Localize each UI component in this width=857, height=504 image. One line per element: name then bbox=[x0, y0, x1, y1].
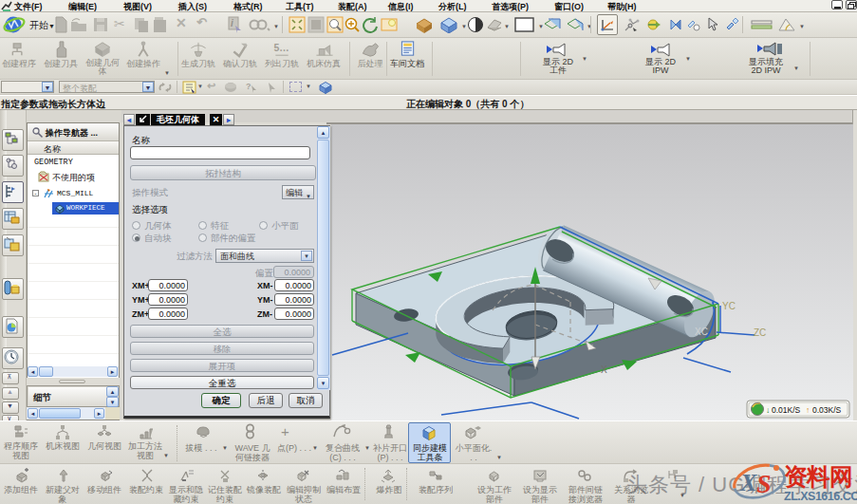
svg-text:↓: ↓ bbox=[766, 405, 770, 415]
svg-text:S: S bbox=[756, 469, 772, 498]
svg-text:i: i bbox=[231, 18, 233, 28]
svg-text:ZC: ZC bbox=[754, 327, 766, 338]
svg-text:XC: XC bbox=[695, 327, 708, 337]
svg-text:0.03K/S: 0.03K/S bbox=[812, 405, 842, 415]
svg-text:ZL.XS1616.COM: ZL.XS1616.COM bbox=[784, 490, 857, 503]
svg-text:?: ? bbox=[246, 82, 252, 91]
svg-text:X: X bbox=[739, 469, 757, 496]
svg-text:0.01K/S: 0.01K/S bbox=[772, 405, 801, 415]
svg-text:↑: ↑ bbox=[806, 405, 810, 415]
svg-text:YC: YC bbox=[722, 301, 736, 311]
svg-text:资料网: 资料网 bbox=[784, 463, 852, 490]
svg-text:X: X bbox=[601, 364, 607, 375]
svg-text:5…: 5… bbox=[273, 43, 289, 53]
